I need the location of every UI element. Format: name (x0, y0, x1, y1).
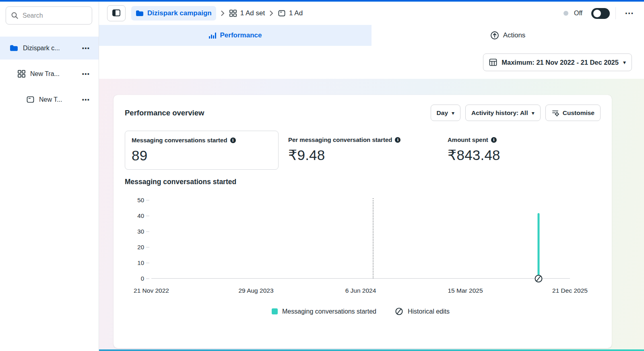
legend-label: Messaging conversations started (282, 308, 376, 315)
adset-icon (18, 70, 25, 78)
bar-chart-icon (209, 32, 216, 39)
divider (615, 7, 616, 19)
breadcrumb: Dizispark campaign 1 Ad set (131, 6, 303, 21)
top-bar: Dizispark campaign 1 Ad set (99, 2, 644, 25)
panel-toggle-icon (112, 9, 120, 18)
legend-historical-edits: Historical edits (395, 307, 450, 316)
customise-icon (551, 109, 559, 117)
overflow-menu-icon[interactable]: ⋯ (82, 44, 90, 52)
ad-icon (27, 96, 34, 103)
campaign-toggle[interactable] (591, 8, 610, 19)
date-range-button[interactable]: Maximum: 21 Nov 2022 - 21 Dec 2025 ▾ (483, 53, 632, 71)
overflow-menu-icon: ⋯ (625, 8, 634, 18)
metric-label: Per messaging conversation started (288, 136, 392, 143)
campaign-tree-sidebar: Dizispark c... ⋯ New Tra... ⋯ New T... ⋯ (0, 2, 99, 351)
breadcrumb-campaign[interactable]: Dizispark campaign (131, 6, 216, 21)
sidebar-item-campaign[interactable]: Dizispark c... ⋯ (0, 37, 99, 60)
report-table-icon (489, 58, 497, 66)
tab-label: Actions (503, 31, 526, 39)
metric-amount-spent[interactable]: Amount spent ₹843.48 (448, 131, 500, 170)
sidebar-search[interactable] (6, 6, 92, 25)
campaign-folder-icon (10, 45, 18, 51)
chevron-down-icon: ▾ (532, 110, 535, 116)
tab-actions[interactable]: Actions (372, 25, 644, 46)
metric-messaging-conversations[interactable]: Messaging conversations started 89 (125, 131, 279, 170)
metric-value: ₹843.48 (448, 147, 500, 163)
breadcrumb-label: Dizispark campaign (147, 9, 212, 17)
search-icon (11, 12, 19, 19)
y-tick-label: 0 (126, 275, 144, 282)
dropdown-label: Day (437, 109, 448, 117)
search-input[interactable] (23, 12, 87, 19)
card-title: Performance overview (125, 109, 204, 117)
metric-per-conversation-cost[interactable]: Per messaging conversation started ₹9.48 (288, 131, 438, 170)
metric-value: 89 (132, 148, 272, 164)
dotted-marker-line (373, 198, 374, 278)
time-granularity-dropdown[interactable]: Day ▾ (431, 105, 460, 121)
chevron-down-icon: ▾ (452, 110, 454, 116)
info-icon[interactable] (491, 137, 497, 143)
breadcrumb-adset[interactable]: 1 Ad set (229, 9, 265, 17)
sidebar-item-ad[interactable]: New T... ⋯ (0, 88, 99, 111)
overflow-menu-icon[interactable]: ⋯ (82, 70, 90, 78)
sidebar-item-label: New Tra... (30, 70, 60, 78)
dropdown-label: Activity history: All (471, 109, 528, 117)
ad-icon (278, 10, 285, 17)
x-tick-label: 21 Nov 2022 (134, 287, 169, 294)
adset-icon (229, 10, 237, 17)
legend-swatch (272, 308, 278, 314)
sidebar-item-label: New T... (39, 96, 62, 103)
info-icon[interactable] (230, 138, 236, 143)
x-tick-label: 15 Mar 2025 (448, 287, 483, 294)
metric-label: Messaging conversations started (132, 137, 227, 144)
breadcrumb-ad[interactable]: 1 Ad (278, 9, 303, 17)
y-tick-label: 40 (126, 212, 144, 219)
overflow-menu-icon[interactable]: ⋯ (82, 96, 90, 104)
customise-button[interactable]: Customise (545, 105, 601, 121)
info-icon[interactable] (395, 137, 400, 143)
chevron-right-icon (270, 10, 273, 16)
folder-icon (136, 10, 144, 16)
y-tick-label: 30 (126, 228, 144, 235)
y-tick-label: 20 (126, 244, 144, 250)
chevron-down-icon: ▾ (623, 60, 626, 65)
bottom-accent-bar (99, 349, 644, 351)
sidebar-item-label: Dizispark c... (23, 45, 60, 52)
data-spike[interactable] (538, 213, 540, 279)
metric-label: Amount spent (448, 136, 488, 143)
metrics-row: Messaging conversations started 89 Per m… (125, 131, 601, 170)
chart-legend: Messaging conversations started Historic… (151, 307, 570, 316)
y-tick-label: 10 (126, 259, 144, 266)
y-tick-label: 50 (126, 197, 144, 203)
campaign-tree: Dizispark c... ⋯ New Tra... ⋯ New T... ⋯ (0, 37, 99, 111)
overflow-menu-button[interactable]: ⋯ (621, 7, 637, 19)
date-range-label: Maximum: 21 Nov 2022 - 21 Dec 2025 (502, 59, 619, 66)
ads-manager-app: Dizispark c... ⋯ New Tra... ⋯ New T... ⋯ (0, 0, 644, 351)
breadcrumb-label: 1 Ad set (240, 9, 265, 17)
historical-edit-marker[interactable] (534, 274, 543, 283)
performance-chart: 01020304050 21 Nov 202229 Aug 20236 Jun … (125, 200, 601, 316)
activity-history-dropdown[interactable]: Activity history: All ▾ (465, 105, 541, 121)
legend-messaging-conversations: Messaging conversations started (272, 308, 376, 315)
chart-plot: 01020304050 (151, 200, 570, 279)
x-axis-labels: 21 Nov 202229 Aug 20236 Jun 202415 Mar 2… (151, 284, 570, 297)
historical-edits-icon (395, 307, 403, 316)
x-tick-label: 21 Dec 2025 (552, 287, 588, 294)
x-tick-label: 6 Jun 2024 (345, 287, 376, 294)
performance-overview-card: Performance overview Day ▾ Activity hist… (114, 95, 612, 348)
content-area: Performance overview Day ▾ Activity hist… (99, 79, 644, 351)
date-row: Maximum: 21 Nov 2022 - 21 Dec 2025 ▾ (99, 46, 644, 79)
x-tick-label: 29 Aug 2023 (238, 287, 273, 294)
chart-title: Messaging conversations started (125, 178, 601, 186)
breadcrumb-label: 1 Ad (289, 9, 303, 17)
legend-label: Historical edits (408, 308, 450, 315)
status-dot (564, 11, 568, 16)
collapse-sidebar-button[interactable] (107, 5, 126, 21)
toggle-status-label: Off (574, 10, 582, 17)
sidebar-item-adset[interactable]: New Tra... ⋯ (0, 62, 99, 85)
chevron-right-icon (221, 10, 225, 16)
tab-performance[interactable]: Performance (99, 25, 372, 46)
tabs-row: Performance Actions (99, 25, 644, 46)
arrow-up-circle-icon (490, 31, 499, 40)
tab-label: Performance (220, 31, 262, 39)
